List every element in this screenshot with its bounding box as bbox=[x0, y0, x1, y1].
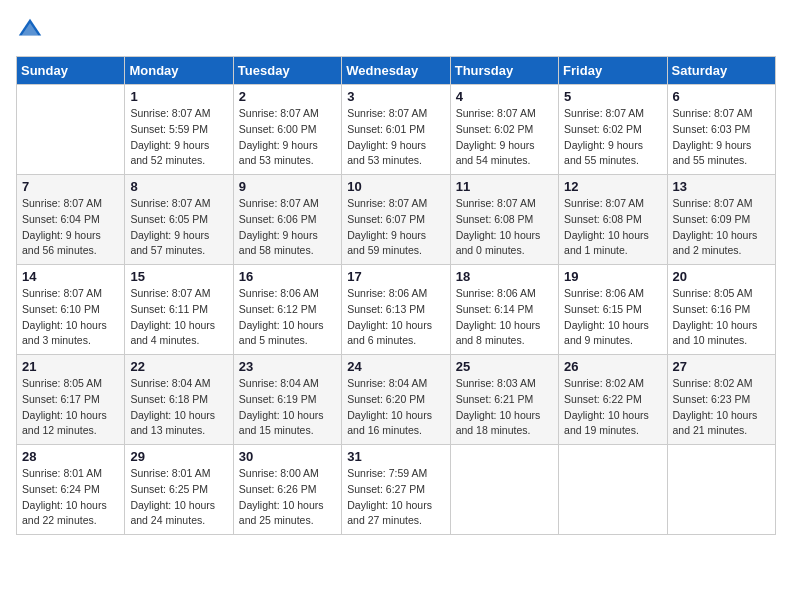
day-number: 26 bbox=[564, 359, 661, 374]
day-info: Sunrise: 8:06 AMSunset: 6:14 PMDaylight:… bbox=[456, 286, 553, 349]
calendar-cell: 26Sunrise: 8:02 AMSunset: 6:22 PMDayligh… bbox=[559, 355, 667, 445]
calendar-cell: 25Sunrise: 8:03 AMSunset: 6:21 PMDayligh… bbox=[450, 355, 558, 445]
column-header-saturday: Saturday bbox=[667, 57, 775, 85]
day-info: Sunrise: 8:04 AMSunset: 6:19 PMDaylight:… bbox=[239, 376, 336, 439]
day-number: 8 bbox=[130, 179, 227, 194]
calendar-cell: 7Sunrise: 8:07 AMSunset: 6:04 PMDaylight… bbox=[17, 175, 125, 265]
day-number: 5 bbox=[564, 89, 661, 104]
day-number: 1 bbox=[130, 89, 227, 104]
calendar-cell: 8Sunrise: 8:07 AMSunset: 6:05 PMDaylight… bbox=[125, 175, 233, 265]
calendar-cell: 21Sunrise: 8:05 AMSunset: 6:17 PMDayligh… bbox=[17, 355, 125, 445]
day-number: 28 bbox=[22, 449, 119, 464]
calendar-cell: 2Sunrise: 8:07 AMSunset: 6:00 PMDaylight… bbox=[233, 85, 341, 175]
day-number: 7 bbox=[22, 179, 119, 194]
calendar-cell: 18Sunrise: 8:06 AMSunset: 6:14 PMDayligh… bbox=[450, 265, 558, 355]
day-number: 21 bbox=[22, 359, 119, 374]
day-info: Sunrise: 8:07 AMSunset: 6:06 PMDaylight:… bbox=[239, 196, 336, 259]
calendar-week-3: 14Sunrise: 8:07 AMSunset: 6:10 PMDayligh… bbox=[17, 265, 776, 355]
calendar-cell bbox=[450, 445, 558, 535]
calendar-table: SundayMondayTuesdayWednesdayThursdayFrid… bbox=[16, 56, 776, 535]
day-number: 4 bbox=[456, 89, 553, 104]
day-number: 19 bbox=[564, 269, 661, 284]
calendar-header-row: SundayMondayTuesdayWednesdayThursdayFrid… bbox=[17, 57, 776, 85]
day-number: 23 bbox=[239, 359, 336, 374]
day-info: Sunrise: 8:07 AMSunset: 5:59 PMDaylight:… bbox=[130, 106, 227, 169]
day-number: 11 bbox=[456, 179, 553, 194]
logo bbox=[16, 16, 48, 44]
day-number: 27 bbox=[673, 359, 770, 374]
page-header bbox=[16, 16, 776, 44]
calendar-cell: 3Sunrise: 8:07 AMSunset: 6:01 PMDaylight… bbox=[342, 85, 450, 175]
column-header-sunday: Sunday bbox=[17, 57, 125, 85]
day-number: 9 bbox=[239, 179, 336, 194]
day-number: 10 bbox=[347, 179, 444, 194]
day-number: 14 bbox=[22, 269, 119, 284]
calendar-cell: 23Sunrise: 8:04 AMSunset: 6:19 PMDayligh… bbox=[233, 355, 341, 445]
day-number: 22 bbox=[130, 359, 227, 374]
calendar-cell: 9Sunrise: 8:07 AMSunset: 6:06 PMDaylight… bbox=[233, 175, 341, 265]
day-info: Sunrise: 8:07 AMSunset: 6:07 PMDaylight:… bbox=[347, 196, 444, 259]
day-info: Sunrise: 8:00 AMSunset: 6:26 PMDaylight:… bbox=[239, 466, 336, 529]
day-info: Sunrise: 8:02 AMSunset: 6:22 PMDaylight:… bbox=[564, 376, 661, 439]
day-number: 18 bbox=[456, 269, 553, 284]
calendar-cell: 30Sunrise: 8:00 AMSunset: 6:26 PMDayligh… bbox=[233, 445, 341, 535]
calendar-cell: 20Sunrise: 8:05 AMSunset: 6:16 PMDayligh… bbox=[667, 265, 775, 355]
logo-icon bbox=[16, 16, 44, 44]
calendar-cell: 13Sunrise: 8:07 AMSunset: 6:09 PMDayligh… bbox=[667, 175, 775, 265]
day-info: Sunrise: 8:03 AMSunset: 6:21 PMDaylight:… bbox=[456, 376, 553, 439]
calendar-cell: 31Sunrise: 7:59 AMSunset: 6:27 PMDayligh… bbox=[342, 445, 450, 535]
day-info: Sunrise: 8:07 AMSunset: 6:10 PMDaylight:… bbox=[22, 286, 119, 349]
day-number: 3 bbox=[347, 89, 444, 104]
calendar-cell bbox=[667, 445, 775, 535]
day-info: Sunrise: 8:05 AMSunset: 6:16 PMDaylight:… bbox=[673, 286, 770, 349]
calendar-week-1: 1Sunrise: 8:07 AMSunset: 5:59 PMDaylight… bbox=[17, 85, 776, 175]
day-info: Sunrise: 8:06 AMSunset: 6:12 PMDaylight:… bbox=[239, 286, 336, 349]
day-number: 2 bbox=[239, 89, 336, 104]
calendar-week-2: 7Sunrise: 8:07 AMSunset: 6:04 PMDaylight… bbox=[17, 175, 776, 265]
day-number: 31 bbox=[347, 449, 444, 464]
day-number: 15 bbox=[130, 269, 227, 284]
day-number: 12 bbox=[564, 179, 661, 194]
column-header-tuesday: Tuesday bbox=[233, 57, 341, 85]
calendar-cell: 17Sunrise: 8:06 AMSunset: 6:13 PMDayligh… bbox=[342, 265, 450, 355]
day-number: 29 bbox=[130, 449, 227, 464]
calendar-cell: 1Sunrise: 8:07 AMSunset: 5:59 PMDaylight… bbox=[125, 85, 233, 175]
calendar-cell: 4Sunrise: 8:07 AMSunset: 6:02 PMDaylight… bbox=[450, 85, 558, 175]
day-number: 25 bbox=[456, 359, 553, 374]
day-info: Sunrise: 8:01 AMSunset: 6:25 PMDaylight:… bbox=[130, 466, 227, 529]
column-header-wednesday: Wednesday bbox=[342, 57, 450, 85]
day-number: 16 bbox=[239, 269, 336, 284]
day-number: 24 bbox=[347, 359, 444, 374]
calendar-cell: 10Sunrise: 8:07 AMSunset: 6:07 PMDayligh… bbox=[342, 175, 450, 265]
day-number: 13 bbox=[673, 179, 770, 194]
day-info: Sunrise: 8:07 AMSunset: 6:11 PMDaylight:… bbox=[130, 286, 227, 349]
calendar-cell: 11Sunrise: 8:07 AMSunset: 6:08 PMDayligh… bbox=[450, 175, 558, 265]
calendar-cell: 24Sunrise: 8:04 AMSunset: 6:20 PMDayligh… bbox=[342, 355, 450, 445]
day-info: Sunrise: 8:05 AMSunset: 6:17 PMDaylight:… bbox=[22, 376, 119, 439]
day-info: Sunrise: 8:01 AMSunset: 6:24 PMDaylight:… bbox=[22, 466, 119, 529]
day-info: Sunrise: 8:07 AMSunset: 6:04 PMDaylight:… bbox=[22, 196, 119, 259]
calendar-cell: 16Sunrise: 8:06 AMSunset: 6:12 PMDayligh… bbox=[233, 265, 341, 355]
day-number: 30 bbox=[239, 449, 336, 464]
calendar-cell: 28Sunrise: 8:01 AMSunset: 6:24 PMDayligh… bbox=[17, 445, 125, 535]
calendar-cell: 5Sunrise: 8:07 AMSunset: 6:02 PMDaylight… bbox=[559, 85, 667, 175]
calendar-cell: 27Sunrise: 8:02 AMSunset: 6:23 PMDayligh… bbox=[667, 355, 775, 445]
day-info: Sunrise: 8:07 AMSunset: 6:05 PMDaylight:… bbox=[130, 196, 227, 259]
day-number: 20 bbox=[673, 269, 770, 284]
day-number: 6 bbox=[673, 89, 770, 104]
day-info: Sunrise: 8:06 AMSunset: 6:15 PMDaylight:… bbox=[564, 286, 661, 349]
day-info: Sunrise: 8:06 AMSunset: 6:13 PMDaylight:… bbox=[347, 286, 444, 349]
day-info: Sunrise: 8:07 AMSunset: 6:02 PMDaylight:… bbox=[456, 106, 553, 169]
day-info: Sunrise: 8:04 AMSunset: 6:20 PMDaylight:… bbox=[347, 376, 444, 439]
column-header-monday: Monday bbox=[125, 57, 233, 85]
column-header-thursday: Thursday bbox=[450, 57, 558, 85]
calendar-cell: 14Sunrise: 8:07 AMSunset: 6:10 PMDayligh… bbox=[17, 265, 125, 355]
calendar-cell bbox=[17, 85, 125, 175]
day-info: Sunrise: 8:07 AMSunset: 6:09 PMDaylight:… bbox=[673, 196, 770, 259]
day-info: Sunrise: 8:02 AMSunset: 6:23 PMDaylight:… bbox=[673, 376, 770, 439]
day-info: Sunrise: 7:59 AMSunset: 6:27 PMDaylight:… bbox=[347, 466, 444, 529]
day-info: Sunrise: 8:07 AMSunset: 6:01 PMDaylight:… bbox=[347, 106, 444, 169]
calendar-week-5: 28Sunrise: 8:01 AMSunset: 6:24 PMDayligh… bbox=[17, 445, 776, 535]
day-info: Sunrise: 8:07 AMSunset: 6:08 PMDaylight:… bbox=[564, 196, 661, 259]
calendar-cell: 19Sunrise: 8:06 AMSunset: 6:15 PMDayligh… bbox=[559, 265, 667, 355]
